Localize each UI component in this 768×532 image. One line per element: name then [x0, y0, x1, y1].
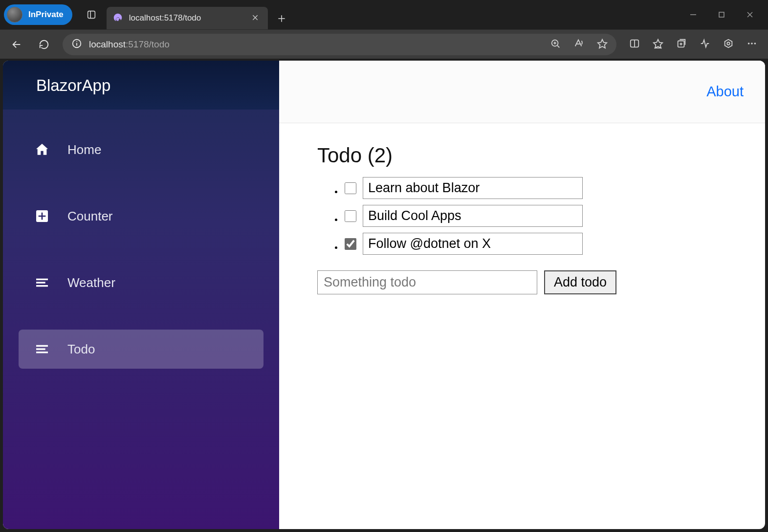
zoom-icon[interactable]: [550, 38, 561, 51]
favorites-icon[interactable]: [653, 38, 663, 51]
performance-icon[interactable]: [700, 38, 710, 51]
sidebar-item-home[interactable]: Home: [19, 130, 263, 169]
sidebar: BlazorApp Home Counter: [3, 61, 279, 529]
tab-close-button[interactable]: [249, 11, 261, 25]
tab-title: localhost:5178/todo: [129, 13, 243, 23]
sidebar-item-label: Weather: [67, 275, 115, 290]
top-bar: About: [279, 61, 765, 123]
plus-square-icon: [33, 207, 51, 225]
window-controls: [679, 0, 764, 29]
list-icon: [33, 274, 51, 291]
svg-marker-22: [654, 39, 662, 47]
todo-text-input[interactable]: [363, 177, 583, 199]
page-content: Todo (2): [279, 123, 765, 315]
avatar-icon: [7, 7, 22, 22]
svg-rect-7: [719, 12, 724, 17]
browser-toolbar: localhost:5178/todo: [0, 29, 768, 59]
list-icon: [33, 340, 51, 358]
inprivate-label: InPrivate: [28, 10, 64, 20]
collections-icon[interactable]: [676, 38, 687, 51]
svg-point-27: [727, 42, 730, 45]
favorite-star-icon[interactable]: [597, 38, 608, 51]
todo-checkbox[interactable]: [345, 182, 356, 194]
page-heading: Todo (2): [317, 144, 727, 167]
sidebar-item-weather[interactable]: Weather: [19, 263, 263, 302]
todo-item: [343, 202, 727, 230]
url-host: localhost: [89, 39, 126, 49]
sidebar-item-counter[interactable]: Counter: [19, 197, 263, 236]
svg-marker-19: [598, 39, 607, 47]
brand-title: BlazorApp: [36, 76, 256, 95]
todo-text-input[interactable]: [363, 205, 583, 227]
window-close-button[interactable]: [736, 0, 764, 29]
home-icon: [33, 141, 51, 158]
read-aloud-icon[interactable]: [573, 38, 584, 51]
svg-rect-0: [88, 11, 95, 19]
refresh-button[interactable]: [32, 33, 56, 56]
window-minimize-button[interactable]: [679, 0, 707, 29]
address-bar[interactable]: localhost:5178/todo: [63, 34, 616, 55]
todo-checkbox[interactable]: [345, 238, 356, 250]
todo-item: [343, 174, 727, 202]
split-screen-icon[interactable]: [629, 38, 640, 51]
toolbar-icons: [623, 38, 763, 51]
address-url: localhost:5178/todo: [89, 39, 170, 50]
site-info-icon[interactable]: [71, 38, 82, 51]
browser-chrome: InPrivate localhost:5178/todo: [0, 0, 768, 529]
new-tab-button[interactable]: [271, 8, 292, 29]
about-link[interactable]: About: [706, 84, 744, 100]
svg-point-29: [751, 43, 753, 44]
svg-point-28: [748, 43, 750, 44]
browser-titlebar: InPrivate localhost:5178/todo: [0, 0, 768, 29]
heading-count: 2: [374, 144, 386, 167]
sidebar-item-label: Todo: [67, 342, 95, 357]
inprivate-indicator[interactable]: InPrivate: [4, 4, 72, 25]
todo-text-input[interactable]: [363, 233, 583, 255]
new-todo-input[interactable]: [317, 270, 537, 294]
heading-suffix: ): [386, 144, 393, 167]
sidebar-item-label: Home: [67, 142, 101, 157]
page-viewport: BlazorApp Home Counter: [3, 61, 765, 529]
sidebar-item-todo[interactable]: Todo: [19, 330, 263, 369]
blazor-favicon-icon: [112, 13, 123, 23]
todo-checkbox[interactable]: [345, 210, 356, 222]
tab-actions-button[interactable]: [80, 3, 103, 26]
svg-point-13: [76, 41, 77, 42]
address-actions: [550, 38, 608, 51]
add-todo-row: Add todo: [317, 270, 727, 294]
extensions-icon[interactable]: [723, 38, 734, 51]
sidebar-item-label: Counter: [67, 209, 113, 224]
back-button[interactable]: [5, 33, 28, 56]
sidebar-nav: Home Counter Weather: [3, 110, 279, 369]
svg-point-30: [754, 43, 756, 44]
svg-rect-33: [39, 216, 46, 217]
window-maximize-button[interactable]: [707, 0, 736, 29]
main-content: About Todo (2): [279, 61, 765, 529]
add-todo-button[interactable]: Add todo: [544, 270, 616, 294]
heading-prefix: Todo (: [317, 144, 374, 167]
todo-list: [317, 174, 727, 258]
more-menu-icon[interactable]: [746, 38, 757, 51]
tab-strip: localhost:5178/todo: [107, 0, 292, 29]
url-rest: :5178/todo: [126, 39, 170, 49]
todo-item: [343, 230, 727, 258]
svg-line-15: [557, 45, 559, 47]
sidebar-header: BlazorApp: [3, 61, 279, 110]
tab-active[interactable]: localhost:5178/todo: [107, 7, 268, 29]
